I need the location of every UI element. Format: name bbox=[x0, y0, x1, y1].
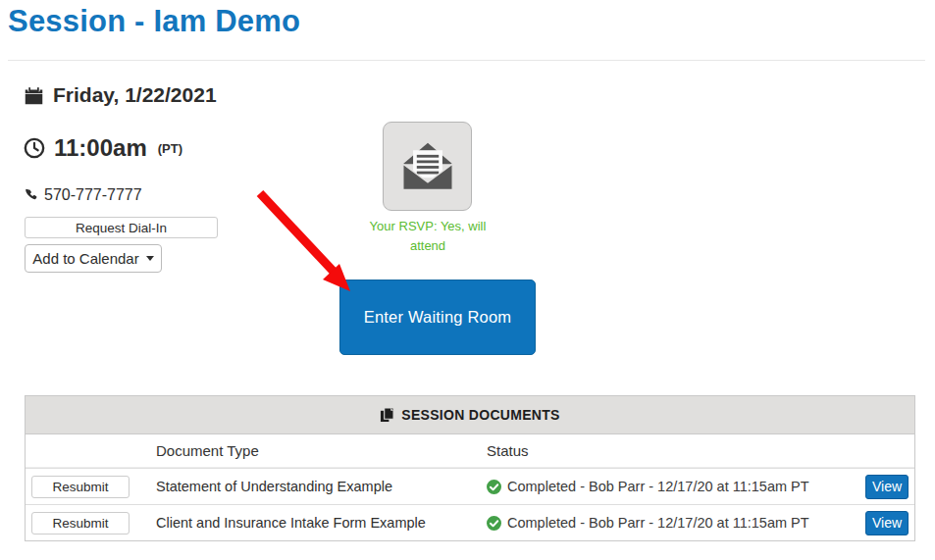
check-circle-icon bbox=[487, 516, 501, 531]
view-cell: View bbox=[859, 475, 914, 499]
status-cell: Completed - Bob Parr - 12/17/20 at 11:15… bbox=[487, 479, 859, 494]
open-envelope-icon bbox=[400, 141, 455, 192]
caret-down-icon bbox=[146, 256, 154, 261]
clock-icon bbox=[24, 137, 45, 159]
table-header-row: Document Type Status bbox=[26, 434, 914, 468]
view-button[interactable]: View bbox=[865, 511, 909, 535]
action-cell: Resubmit bbox=[26, 476, 156, 498]
session-timezone: (PT) bbox=[158, 141, 182, 156]
status-text: Completed - Bob Parr - 12/17/20 at 11:15… bbox=[507, 515, 809, 531]
session-phone-row: 570-777-7777 bbox=[24, 186, 142, 204]
status-text: Completed - Bob Parr - 12/17/20 at 11:15… bbox=[507, 479, 809, 494]
rsvp-status-text: Your RSVP: Yes, will attend bbox=[364, 217, 492, 256]
copy-documents-icon bbox=[380, 407, 394, 423]
view-cell: View bbox=[859, 511, 914, 535]
add-to-calendar-label: Add to Calendar bbox=[32, 250, 138, 267]
session-documents-table: SESSION DOCUMENTS Document Type Status R… bbox=[25, 395, 915, 541]
session-date: Friday, 1/22/2021 bbox=[53, 83, 217, 107]
session-time-row: 11:00am (PT) bbox=[24, 134, 182, 162]
phone-icon bbox=[24, 188, 37, 202]
session-time: 11:00am bbox=[54, 134, 147, 162]
divider bbox=[8, 60, 925, 61]
resubmit-button[interactable]: Resubmit bbox=[31, 512, 130, 535]
enter-waiting-room-button[interactable]: Enter Waiting Room bbox=[339, 280, 536, 355]
table-caption: SESSION DOCUMENTS bbox=[26, 396, 914, 434]
rsvp-envelope-button[interactable] bbox=[383, 122, 472, 211]
table-row: Resubmit Statement of Understanding Exam… bbox=[26, 468, 914, 504]
document-type-cell: Client and Insurance Intake Form Example bbox=[156, 515, 487, 531]
resubmit-button[interactable]: Resubmit bbox=[31, 476, 130, 498]
column-header-status: Status bbox=[487, 442, 529, 459]
table-row: Resubmit Client and Insurance Intake For… bbox=[26, 504, 914, 540]
session-phone: 570-777-7777 bbox=[44, 186, 142, 204]
view-button[interactable]: View bbox=[865, 475, 909, 499]
status-cell: Completed - Bob Parr - 12/17/20 at 11:15… bbox=[487, 515, 859, 531]
column-header-document-type: Document Type bbox=[156, 442, 487, 459]
session-page: Session - Iam Demo Friday, 1/22/2021 11:… bbox=[0, 0, 935, 560]
table-caption-label: SESSION DOCUMENTS bbox=[401, 407, 559, 423]
request-dial-in-button[interactable]: Request Dial-In bbox=[25, 217, 218, 238]
page-title: Session - Iam Demo bbox=[8, 4, 300, 39]
document-type-cell: Statement of Understanding Example bbox=[156, 479, 487, 494]
session-date-row: Friday, 1/22/2021 bbox=[24, 83, 217, 107]
add-to-calendar-dropdown[interactable]: Add to Calendar bbox=[25, 244, 162, 273]
calendar-icon bbox=[24, 85, 44, 106]
check-circle-icon bbox=[487, 480, 501, 494]
action-cell: Resubmit bbox=[26, 512, 156, 535]
